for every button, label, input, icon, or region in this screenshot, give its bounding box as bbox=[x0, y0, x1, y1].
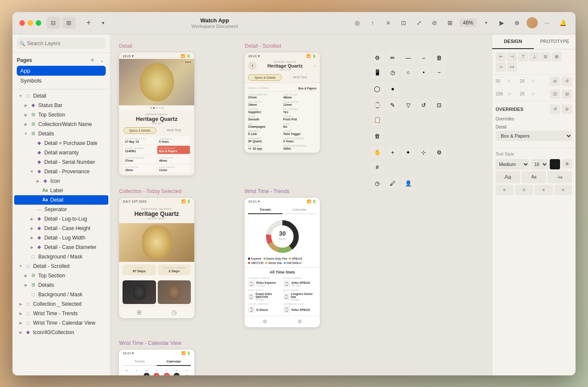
tab-wrist[interactable]: Wrist Time bbox=[158, 127, 190, 134]
layer-details-2[interactable]: ▶ ⊞ Details bbox=[14, 280, 108, 290]
distribute-h[interactable]: ⊸ bbox=[496, 62, 506, 72]
thumbnail-1[interactable] bbox=[122, 280, 156, 304]
play-button[interactable]: ▶ bbox=[496, 17, 508, 29]
tab-trends[interactable]: Trends bbox=[248, 206, 282, 214]
icon-minus[interactable]: — bbox=[401, 52, 415, 64]
tab-wrist-scrolled[interactable]: Wrist Time bbox=[284, 74, 317, 81]
overrides-more[interactable]: ⊘ bbox=[562, 104, 572, 114]
icon-clock3[interactable]: ◷ bbox=[371, 177, 384, 190]
tab-trends-cal[interactable]: Trends bbox=[122, 358, 157, 365]
aa-btn-large[interactable]: Aa bbox=[496, 171, 520, 183]
layer-detail-group[interactable]: ▼ □ Detail bbox=[14, 91, 108, 101]
target-icon[interactable]: ◎ bbox=[351, 17, 363, 29]
more-button[interactable]: ··· bbox=[541, 17, 553, 29]
zoom-display[interactable]: 46% bbox=[459, 18, 477, 27]
text-size-select[interactable]: 16 bbox=[531, 159, 548, 169]
maximize-button[interactable] bbox=[36, 20, 41, 26]
tab-calendar-cal[interactable]: Calendar bbox=[157, 358, 191, 366]
icon-hash[interactable]: # bbox=[371, 161, 384, 174]
layer-icon[interactable]: ▶ ◆ Icon bbox=[14, 176, 108, 186]
layer-details-group[interactable]: ▼ ⊞ Details bbox=[14, 129, 108, 138]
icon-trash[interactable]: 🗑 bbox=[432, 52, 446, 64]
layer-detail-purchase[interactable]: ◆ Detail = Purchase Date bbox=[14, 138, 108, 148]
user-avatar[interactable] bbox=[527, 17, 538, 28]
page-symbols[interactable]: Symbols bbox=[17, 76, 106, 86]
icon-plus[interactable]: + bbox=[386, 146, 400, 159]
reset-btn[interactable]: ↺ bbox=[562, 77, 572, 86]
notification-bell[interactable]: 🔔 bbox=[557, 17, 569, 29]
tab-specs[interactable]: Specs & Details bbox=[123, 127, 156, 134]
thumbnail-2[interactable] bbox=[158, 280, 191, 304]
aa-btn-small[interactable]: Aa bbox=[548, 171, 572, 183]
align-text-right[interactable]: ≡ bbox=[535, 185, 553, 195]
layer-top-section-2[interactable]: ▶ ⊞ Top Section bbox=[14, 271, 108, 280]
layer-detail-scrolled[interactable]: ▼ □ Detail - Scrolled bbox=[14, 261, 108, 271]
phone-collection[interactable]: JULY 1ST 2022 📶🔋 Heritage Quartz Heritag… bbox=[119, 198, 194, 318]
align-right[interactable]: ⊤ bbox=[518, 52, 528, 61]
upload-icon[interactable]: ↑ bbox=[367, 17, 379, 29]
icon-circle-solid[interactable]: ● bbox=[386, 83, 400, 95]
resize-tool[interactable]: ⊡ bbox=[550, 89, 560, 99]
more-dots[interactable] bbox=[185, 61, 191, 63]
layer-detail-case-diameter[interactable]: ▶ ◆ Detail - Case Diameter bbox=[14, 243, 108, 252]
icon-person[interactable]: 👤 bbox=[401, 177, 415, 190]
nav-collection[interactable]: ⊞ bbox=[137, 309, 142, 316]
align-left[interactable]: ⊢ bbox=[496, 52, 506, 61]
lock-btn[interactable]: ⊘ bbox=[550, 77, 560, 86]
phone-detail[interactable]: 19:21 ▾ 📶🔋 bbox=[119, 52, 194, 176]
settings-icon[interactable]: ⚙ bbox=[263, 319, 267, 325]
more-size-btn[interactable]: ⊟ bbox=[562, 89, 572, 99]
icon-circle-ring[interactable]: ◯ bbox=[371, 83, 384, 95]
layer-status-bar[interactable]: ▶ ◆ Status Bar bbox=[14, 101, 108, 110]
back-button[interactable]: ‹ bbox=[248, 61, 257, 70]
distribute-v[interactable]: ⊶ bbox=[507, 62, 517, 72]
share-button[interactable]: ⊕ bbox=[511, 17, 523, 29]
layer-top-section[interactable]: ▶ ⊞ Top Section bbox=[14, 110, 108, 120]
layers-section[interactable]: ▼ □ Detail ▶ ◆ Status Bar ▶ ⊞ Top Sectio… bbox=[12, 89, 110, 375]
settings-icon-2[interactable]: ⚙ bbox=[297, 319, 302, 325]
zoom-dropdown[interactable]: ▼ bbox=[480, 17, 492, 29]
tab-prototype[interactable]: PROTOTYPE bbox=[534, 34, 576, 49]
icon-copy[interactable]: ⊡ bbox=[432, 99, 446, 112]
icon-phone[interactable]: 📱 bbox=[371, 66, 384, 79]
icon-star[interactable]: ✦ bbox=[401, 146, 415, 159]
layer-label-text[interactable]: Aa Label bbox=[14, 186, 108, 195]
tab-calendar[interactable]: Calendar bbox=[282, 206, 317, 213]
tab-design[interactable]: DESIGN bbox=[492, 34, 534, 49]
layer-detail-provenance[interactable]: ▼ ◆ Detail - Provenance bbox=[14, 167, 108, 176]
layer-detail-lug[interactable]: ▶ ◆ Detail - Lug-to-Lug bbox=[14, 214, 108, 224]
icon-minus2[interactable]: − bbox=[432, 66, 446, 79]
layer-wrist-time-trends[interactable]: ▶ □ Wrist Time - Trends bbox=[14, 309, 108, 318]
icon-arrows[interactable]: ⊹ bbox=[417, 146, 431, 159]
align-top[interactable]: ⊥ bbox=[529, 52, 539, 61]
layer-collection-watch[interactable]: ▶ ⊞ Collection/Watch Name bbox=[14, 120, 108, 129]
layer-wrist-time-calendar[interactable]: ▶ □ Wrist Time - Calendar View bbox=[14, 318, 108, 328]
overrides-reset[interactable]: ↺ bbox=[550, 104, 560, 114]
icon-pencil[interactable]: ✏ bbox=[386, 52, 400, 64]
icon-dot[interactable]: • bbox=[417, 66, 431, 79]
export-icon[interactable]: ⤢ bbox=[413, 17, 425, 29]
override-detail-select[interactable]: Box & Papers bbox=[496, 131, 572, 141]
layer-detail-text[interactable]: Aa Detail bbox=[14, 195, 108, 205]
edit-icon[interactable]: ⊘ bbox=[429, 17, 441, 29]
align-text-justify[interactable]: ≡ bbox=[554, 185, 573, 195]
single-view-icon[interactable]: ⊟ bbox=[46, 17, 60, 29]
icon-gear[interactable]: ⚙ bbox=[371, 52, 384, 64]
minimize-button[interactable] bbox=[28, 20, 33, 26]
align-center-v[interactable]: ⊟ bbox=[540, 52, 551, 61]
align-bottom[interactable]: ⊠ bbox=[551, 52, 562, 61]
phone-wrist-trends[interactable]: 19:21 ▾ 📶🔋 Trends Calendar bbox=[245, 198, 320, 327]
resize-icon[interactable]: ⊠ bbox=[444, 17, 456, 29]
text-color-swatch[interactable] bbox=[550, 159, 560, 169]
layer-collection-selected[interactable]: ▶ □ Collection _ Selected bbox=[14, 299, 108, 309]
aa-btn-medium[interactable]: Aa bbox=[522, 171, 546, 183]
align-center-h[interactable]: ⊣ bbox=[507, 52, 517, 61]
icon-undo[interactable]: ↺ bbox=[417, 99, 431, 112]
phone-detail-scrolled[interactable]: 19:21 ▾ 📶🔋 ‹ GRAND SEIKO Heritage Quartz… bbox=[245, 52, 320, 153]
more-dots-scrolled[interactable]: ··· bbox=[313, 64, 317, 68]
page-app[interactable]: App bbox=[17, 66, 106, 76]
icon-watch[interactable]: ⌚ bbox=[371, 99, 384, 112]
layer-icon-collection[interactable]: ▶ ◆ Icon/40/Collection bbox=[14, 328, 108, 337]
filter-icon[interactable]: ≡ bbox=[382, 17, 394, 29]
layer-bg-mask-2[interactable]: □ Background / Mask bbox=[14, 290, 108, 299]
